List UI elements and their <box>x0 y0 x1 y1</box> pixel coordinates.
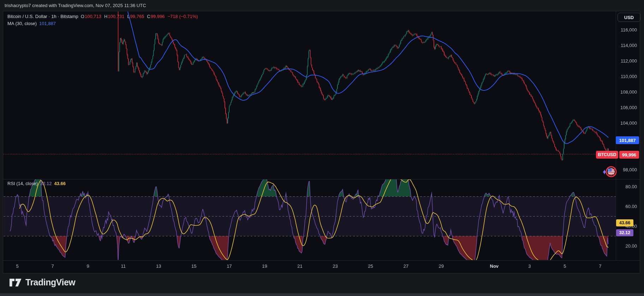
last-price-value: 99,996 <box>622 152 636 158</box>
time-axis-tick: 7 <box>51 264 54 269</box>
price-axis-tick: 114,000 <box>621 43 637 48</box>
ohlc-low: L99,765 <box>127 14 144 19</box>
chart-canvas[interactable] <box>0 0 644 296</box>
rsi-ma-legend-value: 43.66 <box>54 181 66 186</box>
bottom-strip <box>0 293 644 296</box>
rsi-legend-value: 32.12 <box>40 181 52 186</box>
change-value: −718 (−0.71%) <box>168 14 198 19</box>
rsi-ma-label: 43.66 <box>616 219 633 226</box>
time-axis-tick: 25 <box>368 264 373 269</box>
tradingview-logo-icon <box>9 278 22 288</box>
time-axis-tick: 21 <box>297 264 302 269</box>
time-axis-tick: 13 <box>156 264 161 269</box>
time-axis-tick: 15 <box>191 264 196 269</box>
header-bar: trishacrypto7 created with TradingView.c… <box>0 0 644 11</box>
rsi-legend[interactable]: RSI (14, close) 32.12 43.66 <box>7 181 66 186</box>
ohlc-high: H100,731 <box>104 14 125 19</box>
time-axis-tick: 5 <box>564 264 566 269</box>
time-axis-tick: 7 <box>599 264 601 269</box>
rsi-value-label: 32.12 <box>616 229 633 236</box>
rsi-axis-tick: 20.00 <box>625 243 637 249</box>
ma-legend-value: 101,887 <box>39 21 56 26</box>
rsi-ma-value: 43.66 <box>619 220 630 225</box>
ma-legend[interactable]: MA (30, close) 101,887 <box>7 21 56 26</box>
symbol-legend[interactable]: Bitcoin / U.S. Dollar · 1h · Bitstamp O1… <box>7 14 198 19</box>
price-axis-tick: 110,000 <box>621 74 637 79</box>
time-axis-tick: 9 <box>87 264 89 269</box>
price-axis-tick: 116,000 <box>621 27 637 32</box>
ohlc-close: C99,996 <box>147 14 165 19</box>
time-axis-tick: 19 <box>262 264 267 269</box>
time-axis-tick: Nov <box>490 264 499 269</box>
price-axis-tick: 98,000 <box>623 167 637 172</box>
rsi-axis-tick: 60.00 <box>625 204 637 209</box>
pane-divider[interactable] <box>3 179 640 179</box>
last-price-label: 99,996 <box>619 151 639 159</box>
currency-button[interactable]: USD <box>618 13 640 22</box>
ma-price-value: 101,887 <box>619 138 636 143</box>
time-axis-tick: 27 <box>403 264 408 269</box>
price-axis-tick: 108,000 <box>620 89 637 95</box>
symbol-title[interactable]: Bitcoin / U.S. Dollar · 1h · Bitstamp <box>7 14 78 19</box>
rsi-value: 32.12 <box>619 230 630 235</box>
price-axis-tick: 112,000 <box>621 58 637 64</box>
ma-price-label: 101,887 <box>616 136 639 144</box>
price-axis-tick: 104,000 <box>620 120 637 126</box>
footer-logo-text: TradingView <box>25 277 75 288</box>
time-axis-tick: 11 <box>121 264 126 269</box>
symbol-pill-label: BTCUSD <box>598 152 616 157</box>
ma-legend-label: MA (30, close) <box>7 21 37 26</box>
time-axis-border <box>3 260 640 261</box>
time-axis-tick: 23 <box>333 264 338 269</box>
time-axis-tick: 29 <box>439 264 443 269</box>
time-axis-tick: 3 <box>528 264 531 269</box>
ohlc-open: O100,713 <box>81 14 102 19</box>
attribution-text: trishacrypto7 created with TradingView.c… <box>5 3 146 8</box>
price-axis-tick: 106,000 <box>620 105 637 110</box>
currency-button-label: USD <box>624 15 634 20</box>
footer-logo[interactable]: TradingView <box>9 277 75 288</box>
rsi-axis-tick: 80.00 <box>625 184 637 189</box>
rsi-legend-label: RSI (14, close) <box>7 181 38 186</box>
time-axis-tick: 17 <box>227 264 232 269</box>
usa-flag-badge-icon <box>600 164 619 181</box>
symbol-pill[interactable]: BTCUSD <box>596 151 618 159</box>
time-axis-tick: 5 <box>16 264 18 269</box>
